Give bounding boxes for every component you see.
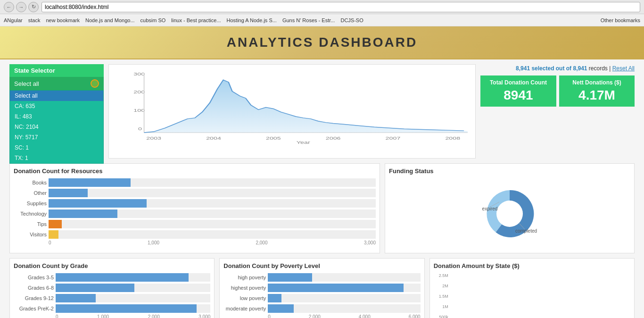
timeline-chart: 300 200 100 0 — [108, 64, 476, 159]
poverty-x-axis: 0 2,000 4,000 6,000 — [223, 314, 420, 318]
dropdown-item-selectall[interactable]: Select all — [10, 91, 103, 101]
dropdown-item-sc[interactable]: SC: 1 — [10, 142, 103, 153]
bar-other: Other — [14, 189, 376, 197]
main-content: State Selector Select all Select all CA:… — [0, 59, 644, 318]
svg-text:100: 100 — [133, 108, 145, 113]
bookmark-other[interactable]: Other bookmarks — [601, 17, 640, 23]
bar-gradeprek: Grades PreK-2 — [14, 304, 210, 313]
bottom-row: Donation Count by Grade Grades 3-5 Grade… — [9, 258, 635, 318]
selector-cursor — [91, 79, 99, 88]
grade35-fill — [56, 273, 189, 282]
low-track — [268, 294, 420, 302]
refresh-button[interactable]: ↻ — [28, 2, 39, 12]
svg-text:0: 0 — [138, 126, 142, 131]
low-fill — [268, 294, 281, 302]
state-y-labels: 2.5M 2M 1.5M 1M 500k 0 — [434, 273, 450, 318]
highest-track — [268, 284, 420, 292]
high-label: high poverty — [223, 275, 266, 280]
state-selector-area: State Selector Select all Select all CA:… — [9, 64, 104, 90]
grade-x-axis: 0 1,000 2,000 3,000 — [14, 314, 210, 318]
nav-buttons: ← → ↻ — [4, 2, 39, 12]
forward-button[interactable]: → — [16, 2, 26, 12]
bar-technology-label: Technology — [14, 211, 47, 217]
bookmark-hosting[interactable]: Hosting A Node.js S... — [227, 17, 277, 23]
svg-text:300: 300 — [133, 71, 145, 76]
bookmark-angular[interactable]: ANgular — [4, 17, 23, 23]
moderate-track — [268, 304, 420, 313]
dropdown-item-nc[interactable]: NC: 2104 — [10, 122, 103, 132]
state-selector-input[interactable]: Select all — [9, 77, 104, 90]
bookmark-stack[interactable]: stack — [28, 17, 41, 23]
highest-label: highest poverty — [223, 285, 266, 291]
dropdown-item-ca[interactable]: CA: 635 — [10, 101, 103, 111]
bar-high: high poverty — [223, 273, 420, 282]
grade68-track — [56, 284, 210, 292]
grade35-track — [56, 273, 210, 282]
bar-technology: Technology — [14, 209, 376, 218]
svg-text:2004: 2004 — [206, 135, 221, 140]
state-vbars: 2.5M 2M 1.5M 1M 500k 0 CA — [434, 273, 630, 318]
moderate-label: moderate poverty — [223, 306, 266, 311]
bar-low: low poverty — [223, 294, 420, 302]
timeline-svg: 300 200 100 0 — [113, 68, 471, 149]
svg-text:2008: 2008 — [445, 135, 460, 140]
bar-visitors-track — [49, 230, 376, 239]
x-0: 0 — [49, 240, 51, 245]
selected-count: 8,941 selected out of — [516, 65, 571, 72]
grade912-label: Grades 9-12 — [14, 295, 54, 301]
grade912-track — [56, 294, 210, 302]
svg-text:2007: 2007 — [386, 135, 401, 140]
highest-fill — [268, 284, 404, 292]
total-count: 8,941 — [573, 65, 587, 72]
x-2000: 2,000 — [256, 240, 267, 245]
browser-toolbar: ← → ↻ — [0, 0, 644, 14]
bar-supplies-label: Supplies — [14, 201, 47, 206]
gradeprek-track — [56, 304, 210, 313]
funding-title: Funding Status — [389, 167, 630, 175]
bar-other-track — [49, 189, 376, 197]
bar-tips-fill — [49, 220, 62, 228]
bar-grade912: Grades 9-12 — [14, 294, 210, 302]
bookmark-new[interactable]: new bookmark — [46, 17, 80, 23]
bar-books-fill — [49, 178, 131, 187]
dropdown-item-il[interactable]: IL: 483 — [10, 111, 103, 122]
bookmark-linux[interactable]: linux - Best practice... — [171, 17, 221, 23]
bar-visitors-label: Visitors — [14, 232, 47, 237]
grade-chart-title: Donation Count by Grade — [14, 262, 210, 269]
state-amount-title: Donation Amount by State ($) — [434, 262, 630, 269]
state-selector-dropdown: Select all CA: 635 IL: 483 NC: 2104 NY: … — [9, 90, 104, 164]
dropdown-item-ny[interactable]: NY: 5717 — [10, 132, 103, 142]
address-bar[interactable] — [41, 2, 640, 12]
bar-other-fill — [49, 189, 88, 197]
bookmark-cubsim[interactable]: cubsim SO — [140, 17, 166, 23]
bar-visitors-fill — [49, 230, 58, 239]
resources-bars: Books Other Supplies — [14, 178, 376, 239]
bar-tips: Tips — [14, 220, 376, 228]
high-track — [268, 273, 420, 282]
svg-text:Year: Year — [297, 140, 310, 145]
grade68-label: Grades 6-8 — [14, 285, 54, 291]
bookmark-dcjs[interactable]: DCJS-SO — [340, 17, 363, 23]
svg-text:2006: 2006 — [326, 135, 341, 140]
bookmark-guns[interactable]: Guns N' Roses - Estr... — [282, 17, 335, 23]
grade68-fill — [56, 284, 134, 292]
donation-count-label: Total Donation Count — [490, 79, 547, 86]
grade35-label: Grades 3-5 — [14, 275, 54, 280]
reset-all-link[interactable]: Reset All — [612, 65, 635, 72]
resources-x-axis: 0 1,000 2,000 3,000 — [14, 240, 376, 245]
back-button[interactable]: ← — [4, 2, 14, 12]
state-amount-chart: Donation Amount by State ($) 2.5M 2M 1.5… — [429, 258, 635, 318]
records-info: 8,941 selected out of 8,941 records | Re… — [516, 64, 635, 73]
donut-svg: expired completed — [472, 178, 547, 249]
svg-text:2005: 2005 — [266, 135, 281, 140]
svg-text:expired: expired — [482, 206, 498, 211]
svg-text:completed: completed — [515, 228, 537, 234]
bar-technology-track — [49, 209, 376, 218]
bar-highest: highest poverty — [223, 284, 420, 292]
dashboard: ANALYTICS DASHBOARD State Selector Selec… — [0, 26, 644, 318]
donation-count-box: Total Donation Count 8941 — [480, 75, 556, 107]
dropdown-item-tx[interactable]: TX: 1 — [10, 153, 103, 163]
poverty-bars: high poverty highest poverty low poverty — [223, 273, 420, 313]
bookmark-nodejs[interactable]: Node.js and Mongo... — [85, 17, 135, 23]
bar-supplies: Supplies — [14, 199, 376, 208]
